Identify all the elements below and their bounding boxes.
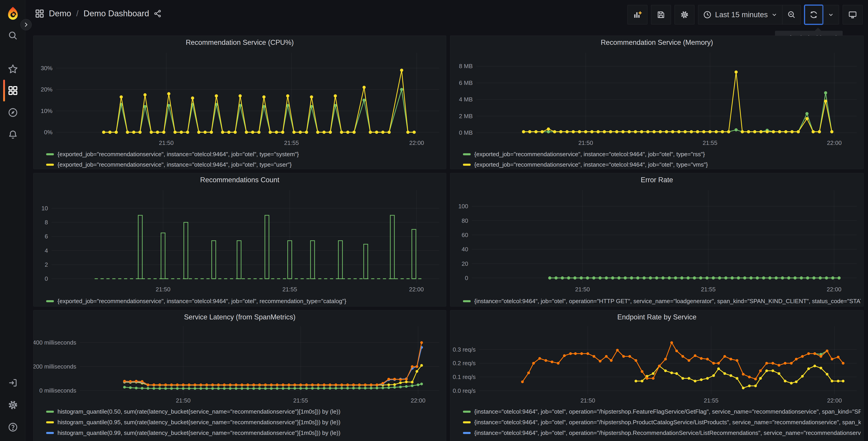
- legend-label: histogram_quantile(0.95, sum(rate(latenc…: [58, 419, 340, 426]
- x-axis-tick-label: 21:50: [575, 286, 590, 293]
- legend: {exported_job="recommendationservice", i…: [46, 149, 443, 169]
- zoom-out-button[interactable]: [782, 5, 801, 24]
- legend-swatch: [46, 153, 54, 155]
- y-axis-tick-label: 4 MB: [459, 96, 473, 103]
- x-axis-tick-label: 21:50: [580, 397, 595, 404]
- x-axis-tick-label: 21:55: [293, 397, 308, 404]
- monitor-icon: [848, 10, 857, 19]
- panel-title[interactable]: Service Latency (from SpanMetrics): [33, 313, 446, 321]
- y-axis-tick-label: 0 MB: [459, 129, 473, 136]
- y-axis-tick-label: 20: [462, 260, 468, 267]
- breadcrumb-separator: /: [76, 9, 79, 18]
- chevron-down-icon: [828, 11, 834, 18]
- help-icon[interactable]: [3, 417, 23, 437]
- count-bar-chart[interactable]: 024681021:5021:5522:00: [33, 173, 446, 306]
- legend-item[interactable]: histogram_quantile(0.99, sum(rate(latenc…: [46, 428, 443, 438]
- legend-item[interactable]: {instance="otelcol:9464", job="otel", op…: [463, 417, 861, 428]
- alerting-bell-icon[interactable]: [3, 124, 23, 145]
- y-axis-tick-label: 6 MB: [459, 80, 473, 86]
- x-axis-tick-label: 21:55: [703, 140, 717, 146]
- legend-swatch: [463, 300, 471, 302]
- legend-swatch: [46, 164, 54, 166]
- y-axis-tick-label: 200 milliseconds: [33, 363, 76, 370]
- legend-label: {instance="otelcol:9464", job="otel", op…: [474, 440, 861, 441]
- legend-label: {exported_job="recommendationservice", i…: [474, 161, 708, 168]
- legend-item[interactable]: histogram_quantile(0.95, sum(rate(latenc…: [46, 417, 443, 428]
- panel-title[interactable]: Recommendation Service (Memory): [450, 38, 864, 47]
- refresh-interval-dropdown[interactable]: [823, 5, 839, 24]
- y-axis-tick-label: 0.0 req/s: [453, 387, 476, 394]
- breadcrumb: Demo / Demo Dashboard: [35, 0, 162, 27]
- zoom-out-icon: [787, 10, 796, 19]
- y-axis-tick-label: 40: [462, 246, 468, 253]
- y-axis-tick-label: 6: [45, 233, 48, 240]
- save-dashboard-button[interactable]: [651, 5, 671, 25]
- time-range-picker[interactable]: Last 15 minutes: [698, 5, 782, 24]
- y-axis-tick-label: 10: [41, 205, 48, 212]
- y-axis-tick-label: 0: [465, 274, 468, 282]
- legend: {exported_job="recommendationservice", i…: [463, 149, 861, 169]
- refresh-group: [804, 5, 839, 25]
- legend-label: {instance="otelcol:9464", job="otel", op…: [474, 419, 861, 426]
- panel-title[interactable]: Recommendation Service (CPU%): [33, 38, 446, 47]
- y-axis-tick-label: 0 milliseconds: [39, 387, 76, 394]
- x-axis-tick-label: 22:00: [411, 397, 425, 404]
- legend-item[interactable]: {exported_job="recommendationservice", i…: [463, 149, 861, 159]
- legend-item[interactable]: {instance="otelcol:9464", job="otel", op…: [463, 428, 861, 438]
- x-axis-tick-label: 21:55: [704, 397, 718, 404]
- legend-item[interactable]: {instance="otelcol:9464", job="otel", op…: [463, 296, 861, 306]
- y-axis-tick-label: 2 MB: [459, 113, 473, 120]
- error-rate-chart[interactable]: 02040608010021:5021:5522:00: [450, 173, 864, 306]
- x-axis-tick-label: 21:55: [284, 140, 299, 146]
- y-axis-tick-label: 0%: [44, 129, 53, 136]
- legend-item[interactable]: {instance="otelcol:9464", job="otel", op…: [463, 406, 861, 417]
- search-icon[interactable]: [3, 25, 23, 46]
- breadcrumb-page[interactable]: Demo Dashboard: [84, 9, 149, 18]
- time-picker-group: Last 15 minutes: [698, 5, 801, 25]
- legend-label: {exported_job="recommendationservice", i…: [474, 151, 705, 158]
- sidebar-expand-button[interactable]: [20, 19, 32, 30]
- legend-label: {instance="otelcol:9464", job="otel", op…: [474, 408, 861, 415]
- refresh-dashboard-button[interactable]: [805, 5, 823, 24]
- y-axis-tick-label: 10%: [41, 108, 53, 114]
- kiosk-mode-button[interactable]: [843, 5, 863, 25]
- panel-title[interactable]: Error Rate: [450, 176, 864, 184]
- legend-item[interactable]: {exported_job="recommendationservice", i…: [463, 159, 861, 169]
- legend-item[interactable]: {exported_job="recommendationservice", i…: [46, 159, 443, 169]
- add-panel-button[interactable]: [627, 5, 647, 25]
- legend: {instance="otelcol:9464", job="otel", op…: [463, 406, 861, 441]
- starred-icon[interactable]: [3, 59, 23, 79]
- legend-item[interactable]: histogram_quantile(0.50, sum(rate(latenc…: [46, 406, 443, 417]
- legend-item[interactable]: {instance="otelcol:9464", job="otel", op…: [463, 438, 861, 441]
- dashboards-icon[interactable]: [3, 80, 23, 101]
- clock-icon: [703, 10, 712, 19]
- x-axis-tick-label: 21:50: [156, 286, 170, 293]
- panel-recommendations-count: 024681021:5021:5522:00 Recommendations C…: [33, 173, 446, 306]
- legend-swatch: [46, 432, 54, 434]
- sign-in-icon[interactable]: [3, 373, 23, 393]
- legend: {instance="otelcol:9464", job="otel", op…: [463, 296, 861, 306]
- y-axis-tick-label: 8: [45, 219, 48, 226]
- dashboard-settings-button[interactable]: [675, 5, 694, 25]
- y-axis-tick-label: 60: [462, 232, 468, 238]
- legend-item[interactable]: histogram_quantile(0.999, sum(rate(laten…: [46, 438, 443, 441]
- breadcrumb-section[interactable]: Demo: [49, 9, 71, 18]
- panel-title[interactable]: Recommendations Count: [33, 176, 446, 184]
- admin-gear-icon[interactable]: [3, 395, 23, 415]
- sidebar: [0, 0, 25, 441]
- grafana-logo-icon[interactable]: [6, 6, 20, 21]
- explore-compass-icon[interactable]: [3, 102, 23, 123]
- legend-label: histogram_quantile(0.50, sum(rate(latenc…: [58, 408, 340, 415]
- legend-swatch: [463, 411, 471, 413]
- legend-item[interactable]: {exported_job="recommendationservice", i…: [46, 149, 443, 159]
- y-axis-tick-label: 4: [45, 247, 48, 254]
- y-axis-tick-label: 80: [462, 217, 468, 224]
- legend-swatch: [463, 164, 471, 166]
- legend-item[interactable]: {exported_job="recommendationservice", i…: [46, 296, 443, 306]
- refresh-icon: [809, 10, 818, 19]
- y-axis-tick-label: 0.2 req/s: [453, 360, 476, 366]
- panel-title[interactable]: Endpoint Rate by Service: [450, 313, 864, 321]
- y-axis-tick-label: 2: [45, 261, 48, 268]
- share-icon[interactable]: [154, 9, 162, 18]
- legend: histogram_quantile(0.50, sum(rate(latenc…: [46, 406, 443, 441]
